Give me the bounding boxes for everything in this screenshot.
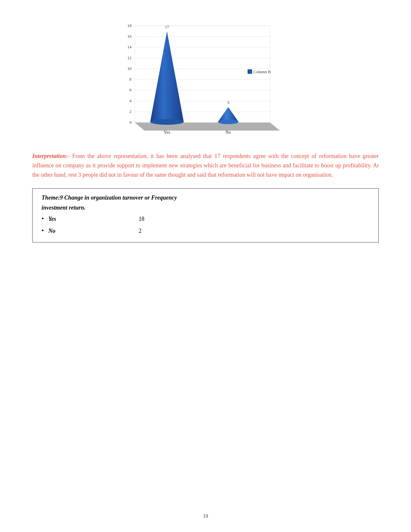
y-label-4: 4	[129, 98, 132, 103]
bullet-no: •	[42, 227, 44, 234]
bar-chart: 0 2 4 6 8 10 12 14 16 18	[115, 19, 296, 142]
interpretation-paragraph: Interpretation:- From the above represen…	[32, 152, 379, 179]
legend-label: Column B	[253, 69, 271, 74]
theme-title-text: Theme:9 Change in organization turnover …	[42, 194, 177, 201]
page-number: 19	[203, 513, 208, 519]
bar-no-base	[218, 120, 239, 124]
theme-list: • Yes 18 • No 2	[42, 215, 369, 234]
y-label-14: 14	[127, 44, 132, 49]
y-label-10: 10	[127, 66, 132, 71]
x-label-no: No	[225, 130, 231, 135]
interpretation-text: From the above representation, it has be…	[32, 153, 379, 178]
bar-no-label: 3	[227, 100, 229, 105]
y-label-6: 6	[129, 87, 132, 92]
y-label-0: 0	[129, 120, 132, 125]
y-label-16: 16	[127, 34, 132, 39]
x-label-yes: Yes	[163, 130, 170, 135]
item-value-yes: 18	[139, 216, 144, 222]
list-item-no: • No 2	[42, 227, 369, 234]
theme-subtitle: investment return.	[42, 204, 369, 211]
legend-color-box	[248, 69, 252, 74]
bar-yes-label: 17	[165, 25, 169, 29]
y-label-18: 18	[127, 23, 132, 28]
interpretation-label: Interpretation:-	[32, 153, 70, 159]
y-label-12: 12	[127, 55, 132, 60]
list-item-yes: • Yes 18	[42, 215, 369, 222]
theme-title: Theme:9 Change in organization turnover …	[42, 194, 369, 201]
y-label-8: 8	[129, 77, 132, 82]
item-value-no: 2	[139, 228, 142, 234]
item-label-no: No	[48, 228, 100, 234]
page: 0 2 4 6 8 10 12 14 16 18	[0, 0, 411, 532]
bullet-yes: •	[42, 215, 44, 222]
theme-box: Theme:9 Change in organization turnover …	[32, 188, 379, 242]
bar-yes-base	[150, 119, 184, 125]
item-label-yes: Yes	[48, 216, 100, 222]
y-label-2: 2	[129, 109, 132, 114]
chart-container: 0 2 4 6 8 10 12 14 16 18	[115, 19, 296, 142]
